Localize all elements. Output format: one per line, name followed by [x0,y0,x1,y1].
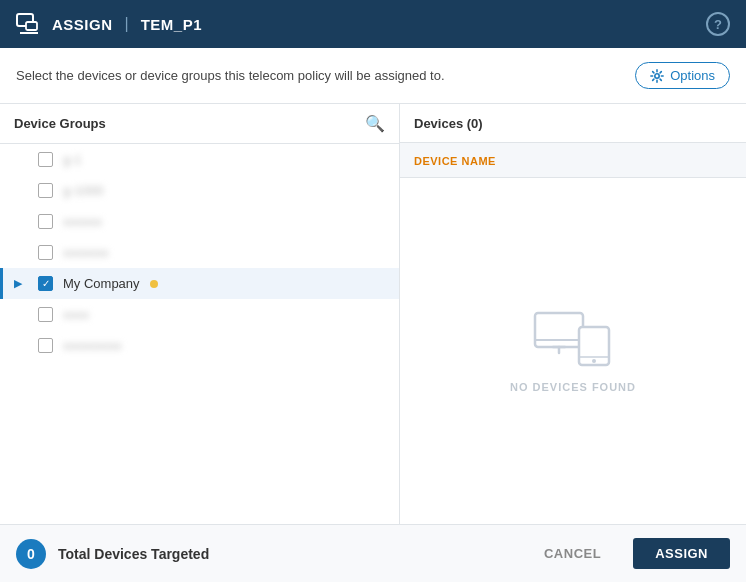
modal-container: ASSIGN | TEM_P1 ? Select the devices or … [0,0,746,582]
content-area: Device Groups 🔍 g-1 g-1000 [0,104,746,524]
footer-right: CANCEL ASSIGN [524,538,730,569]
list-item[interactable]: g-1 [0,144,399,175]
item-checkbox-checked[interactable] [38,276,53,291]
assign-button[interactable]: ASSIGN [633,538,730,569]
right-panel-header: Devices (0) [400,104,746,143]
expand-arrow-icon[interactable]: ▶ [14,277,28,290]
item-label: My Company [63,276,140,291]
list-item[interactable]: xxxxxx [0,206,399,237]
modal-footer: 0 Total Devices Targeted CANCEL ASSIGN [0,524,746,582]
list-item-my-company[interactable]: ▶ My Company [0,268,399,299]
modal-header: ASSIGN | TEM_P1 ? [0,0,746,48]
no-devices-icon [533,309,613,369]
item-label: xxxxxx [63,214,102,229]
total-devices-label: Total Devices Targeted [58,546,209,562]
header-subtitle: TEM_P1 [141,16,202,33]
svg-rect-4 [535,313,583,347]
no-devices-area: NO DEVICES FOUND [400,178,746,524]
right-panel: Devices (0) DEVICE NAME [400,104,746,524]
item-label: g-1000 [63,183,103,198]
footer-left: 0 Total Devices Targeted [16,539,209,569]
item-checkbox[interactable] [38,307,53,322]
list-item[interactable]: xxxxxxxxx [0,330,399,361]
item-checkbox[interactable] [38,183,53,198]
list-item[interactable]: g-1000 [0,175,399,206]
device-groups-title: Device Groups [14,116,106,131]
status-dot [150,280,158,288]
left-panel-header: Device Groups 🔍 [0,104,399,144]
gear-icon [650,69,664,83]
svg-point-3 [655,73,659,77]
options-label: Options [670,68,715,83]
item-label: xxxx [63,307,89,322]
list-item[interactable]: xxxxxxx [0,237,399,268]
item-label: xxxxxxxxx [63,338,122,353]
item-checkbox[interactable] [38,152,53,167]
item-label: xxxxxxx [63,245,109,260]
list-item[interactable]: xxxx [0,299,399,330]
device-name-column: DEVICE NAME [414,155,496,167]
count-badge: 0 [16,539,46,569]
device-groups-list: g-1 g-1000 xxxxxx xx [0,144,399,524]
header-separator: | [125,15,129,33]
options-button[interactable]: Options [635,62,730,89]
header-left: ASSIGN | TEM_P1 [16,13,202,35]
item-label: g-1 [63,152,82,167]
item-checkbox[interactable] [38,245,53,260]
item-checkbox[interactable] [38,338,53,353]
search-icon[interactable]: 🔍 [365,114,385,133]
devices-empty-icon [533,309,613,369]
help-button[interactable]: ? [706,12,730,36]
assign-icon [16,13,42,35]
left-panel: Device Groups 🔍 g-1 g-1000 [0,104,400,524]
svg-rect-1 [26,22,37,30]
no-devices-text: NO DEVICES FOUND [510,381,636,393]
item-checkbox[interactable] [38,214,53,229]
cancel-button[interactable]: CANCEL [524,538,621,569]
header-title: ASSIGN [52,16,113,33]
column-header: DEVICE NAME [400,143,746,178]
svg-point-10 [592,359,596,363]
subheader: Select the devices or device groups this… [0,48,746,104]
devices-title: Devices (0) [414,116,483,131]
subheader-text: Select the devices or device groups this… [16,68,445,83]
